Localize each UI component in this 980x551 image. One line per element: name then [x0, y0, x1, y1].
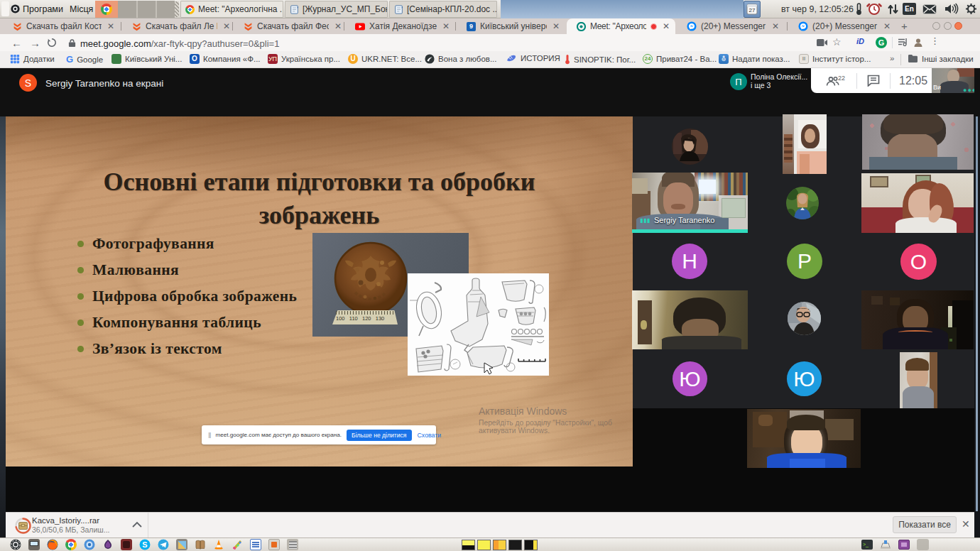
svg-text:S: S [142, 540, 147, 549]
svg-text:27: 27 [749, 7, 756, 13]
svg-text:22: 22 [838, 75, 845, 82]
